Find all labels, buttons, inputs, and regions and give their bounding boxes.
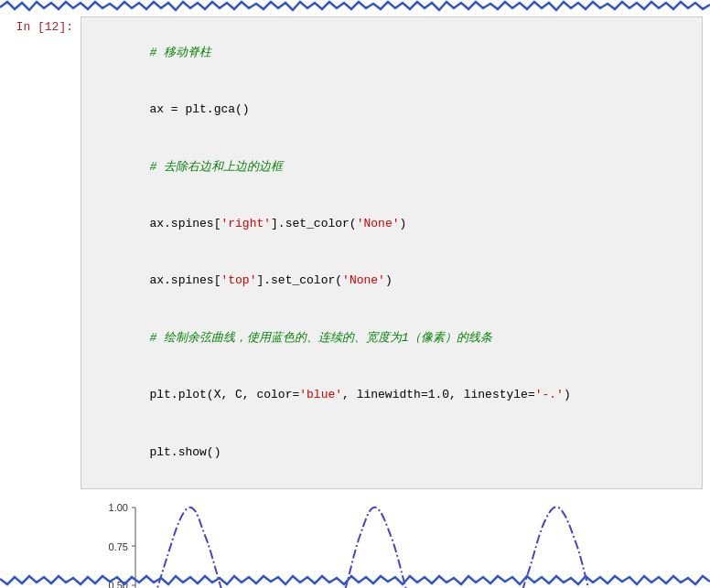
code-line-6: # 绘制余弦曲线，使用蓝色的、连续的、宽度为1（像素）的线条 (92, 310, 691, 367)
code-cell: In [12]: # 移动脊柱 ax = plt.gca() # 去除右边和上边… (7, 16, 703, 489)
code-line-3: # 去除右边和上边的边框 (92, 139, 691, 196)
code-line-4: ax.spines['right'].set_color('None') (92, 196, 691, 252)
comment-2: # 去除右边和上边的边框 (149, 160, 283, 174)
comment-3: # 绘制余弦曲线，使用蓝色的、连续的、宽度为1（像素）的线条 (149, 331, 491, 345)
svg-text:1.00: 1.00 (109, 502, 128, 513)
code-line-7: plt.plot(X, C, color='blue', linewidth=1… (92, 367, 691, 423)
svg-text:0.75: 0.75 (109, 541, 128, 552)
comment-1: # 移动脊柱 (149, 46, 211, 59)
code-line-2: ax = plt.gca() (92, 81, 691, 138)
cell-label: In [12]: (7, 16, 81, 489)
jagged-top-border (0, 0, 710, 16)
code-ax-gca: ax = plt.gca() (149, 102, 249, 116)
code-line-5: ax.spines['top'].set_color('None') (92, 253, 691, 310)
jagged-bottom-border (0, 570, 710, 588)
cell-content-box: # 移动脊柱 ax = plt.gca() # 去除右边和上边的边框 ax.sp… (81, 16, 703, 489)
code-line-1: # 移动脊柱 (92, 25, 691, 81)
code-line-8: plt.show() (92, 424, 691, 481)
